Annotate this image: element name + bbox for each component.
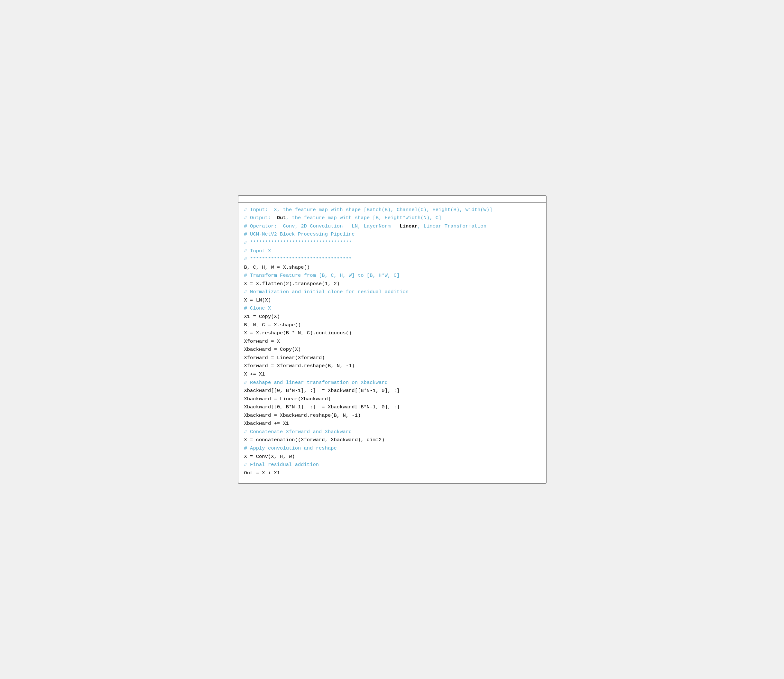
line-5: # **********************************: [244, 239, 540, 247]
line-7: # **********************************: [244, 255, 540, 264]
linear-bold-underline: Linear: [400, 223, 418, 229]
line-12: X = LN(X): [244, 296, 540, 305]
algorithm-body: # Input: X, the feature map with shape […: [238, 203, 546, 483]
line-33: Out = X + X1: [244, 469, 540, 477]
line-31: X = Conv(X, H, W): [244, 453, 540, 461]
line-2: # Output: Out, the feature map with shap…: [244, 214, 540, 222]
algorithm-title: [238, 196, 546, 203]
line-23: Xbackward[[0, B*N-1], :] = Xbackward[[B*…: [244, 387, 540, 395]
line-4: # UCM-NetV2 Block Processing Pipeline: [244, 230, 540, 239]
line-29: X = concatenation((Xforward, Xbackward),…: [244, 436, 540, 444]
line-9: # Transform Feature from [B, C, H, W] to…: [244, 272, 540, 280]
algorithm-container: # Input: X, the feature map with shape […: [238, 196, 547, 484]
line-14: X1 = Copy(X): [244, 313, 540, 321]
line-30: # Apply convolution and reshape: [244, 444, 540, 453]
line-11: # Normalization and initial clone for re…: [244, 288, 540, 296]
line-24: Xbackward = Linear(Xbackward): [244, 395, 540, 404]
line-22: # Reshape and linear transformation on X…: [244, 379, 540, 387]
line-26: Xbackward = Xbackward.reshape(B, N, -1): [244, 411, 540, 420]
line-19: Xforward = Linear(Xforward): [244, 354, 540, 362]
line-32: # Final residual addition: [244, 461, 540, 469]
line-25: Xbackward[[0, B*N-1], :] = Xbackward[[B*…: [244, 403, 540, 411]
line-21: X += X1: [244, 371, 540, 379]
line-28: # Concatenate Xforward and Xbackward: [244, 428, 540, 436]
line-10: X = X.flatten(2).transpose(1, 2): [244, 280, 540, 288]
line-1: # Input: X, the feature map with shape […: [244, 206, 540, 214]
out-bold: Out: [277, 215, 286, 221]
line-8: B, C, H, W = X.shape(): [244, 264, 540, 272]
line-20: Xforward = Xforward.reshape(B, N, -1): [244, 362, 540, 371]
line-17: Xforward = X: [244, 338, 540, 346]
line-15: B, N, C = X.shape(): [244, 321, 540, 330]
line-16: X = X.reshape(B * N, C).contiguous(): [244, 329, 540, 338]
line-3: # Operator: Conv, 2D Convolution LN, Lay…: [244, 222, 540, 231]
line-13: # Clone X: [244, 304, 540, 313]
line-6: # Input X: [244, 247, 540, 255]
line-27: Xbackward += X1: [244, 419, 540, 428]
line-18: Xbackward = Copy(X): [244, 346, 540, 354]
